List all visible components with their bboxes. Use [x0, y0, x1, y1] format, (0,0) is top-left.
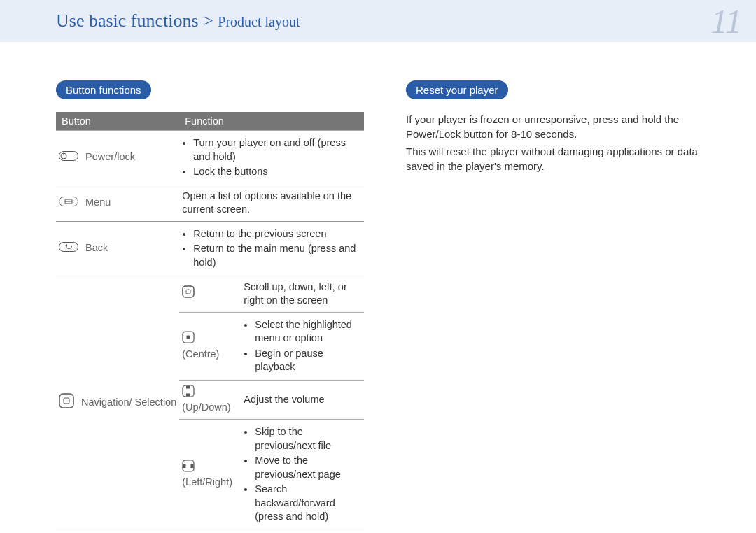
svg-rect-6 — [59, 242, 78, 251]
sub-function: Scroll up, down, left, or right on the s… — [241, 276, 364, 313]
dpad-centre-icon — [182, 331, 195, 348]
function-item: Select the highlighted menu or option — [255, 318, 361, 346]
breadcrumb-main: Use basic functions — [56, 10, 199, 31]
table-row: Power/lock Turn your player on and off (… — [56, 131, 364, 185]
reset-paragraph-1: If your player is frozen or unresponsive… — [406, 112, 714, 141]
navigation-button-icon — [59, 393, 74, 413]
table-row: Navigation/ Selection — [56, 276, 364, 530]
function-cell: Open a list of options available on the … — [179, 185, 364, 221]
function-item: Begin or pause playback — [255, 347, 361, 374]
sub-function: Adjust the volume — [241, 380, 364, 419]
function-cell: Scroll up, down, left, or right on the s… — [179, 276, 364, 530]
svg-rect-15 — [186, 393, 190, 396]
sub-function: Skip to the previous/next file Move to t… — [241, 420, 364, 530]
dpad-leftright-icon — [182, 460, 195, 476]
left-column: Button functions Button Function — [56, 80, 364, 530]
sub-button-cell: (Centre) — [179, 312, 241, 380]
function-item: Return to the main menu (press and hold) — [193, 242, 361, 269]
function-item: Return to the previous screen — [193, 227, 361, 241]
page-header: Use basic functions > Product layout 11 — [0, 0, 756, 42]
svg-rect-9 — [183, 286, 194, 297]
svg-rect-0 — [59, 151, 78, 160]
svg-rect-10 — [186, 290, 190, 294]
sub-button-cell: (Left/Right) — [179, 420, 241, 530]
page-number: 11 — [711, 2, 742, 41]
function-item: Move to the previous/next page — [255, 454, 361, 481]
button-label: Power/lock — [85, 151, 135, 162]
svg-rect-8 — [64, 398, 69, 404]
button-cell: Navigation/ Selection — [56, 276, 179, 530]
button-label: Menu — [85, 197, 111, 208]
breadcrumb: Use basic functions > Product layout — [56, 10, 300, 31]
right-column: Reset your player If your player is froz… — [406, 80, 714, 530]
svg-rect-17 — [183, 464, 186, 468]
function-item: Turn your player on and off (press and h… — [193, 136, 361, 164]
navigation-sub-table: Scroll up, down, left, or right on the s… — [179, 276, 364, 530]
sub-label-text: (Centre) — [182, 348, 219, 360]
svg-rect-7 — [59, 394, 74, 408]
table-row: (Left/Right) Skip to the previous/next f… — [179, 420, 364, 530]
function-cell: Turn your player on and off (press and h… — [179, 131, 364, 185]
dpad-outline-icon — [182, 285, 195, 302]
sub-function: Select the highlighted menu or option Be… — [241, 312, 364, 380]
svg-rect-18 — [191, 464, 194, 468]
sub-button-cell: (Up/Down) — [179, 380, 241, 419]
reset-paragraph-2: This will reset the player without damag… — [406, 144, 714, 173]
table-row: (Centre) Select the highlighted menu or … — [179, 312, 364, 380]
button-cell: Back — [56, 221, 179, 276]
page-content: Button functions Button Function — [0, 42, 756, 530]
table-row: Scroll up, down, left, or right on the s… — [179, 276, 364, 313]
dpad-updown-icon — [182, 385, 195, 401]
table-row: (Up/Down) Adjust the volume — [179, 380, 364, 419]
breadcrumb-sep: > — [199, 10, 218, 31]
section-heading-reset: Reset your player — [406, 80, 508, 99]
back-button-icon — [59, 242, 78, 256]
button-cell: Menu — [56, 185, 179, 221]
button-functions-table: Button Function Po — [56, 112, 364, 530]
function-cell: Return to the previous screen Return to … — [179, 221, 364, 276]
button-cell: Power/lock — [56, 131, 179, 185]
button-label: Navigation/ Selection — [81, 397, 176, 408]
table-row: Back Return to the previous screen Retur… — [56, 221, 364, 276]
svg-rect-14 — [186, 385, 190, 388]
section-heading-button-functions: Button functions — [56, 80, 151, 99]
function-item: Search backward/forward (press and hold) — [255, 483, 361, 524]
th-function: Function — [179, 112, 364, 131]
function-item: Skip to the previous/next file — [255, 425, 361, 453]
sub-label-text: (Up/Down) — [182, 401, 230, 413]
power-lock-icon — [59, 151, 78, 165]
table-row: Menu Open a list of options available on… — [56, 185, 364, 221]
sub-label-text: (Left/Right) — [182, 476, 232, 488]
menu-button-icon — [59, 197, 78, 211]
button-label: Back — [85, 242, 108, 253]
th-button: Button — [56, 112, 179, 131]
breadcrumb-sub: Product layout — [218, 14, 300, 29]
svg-rect-12 — [187, 336, 190, 339]
sub-button-cell — [179, 276, 241, 313]
function-item: Lock the buttons — [193, 165, 361, 179]
